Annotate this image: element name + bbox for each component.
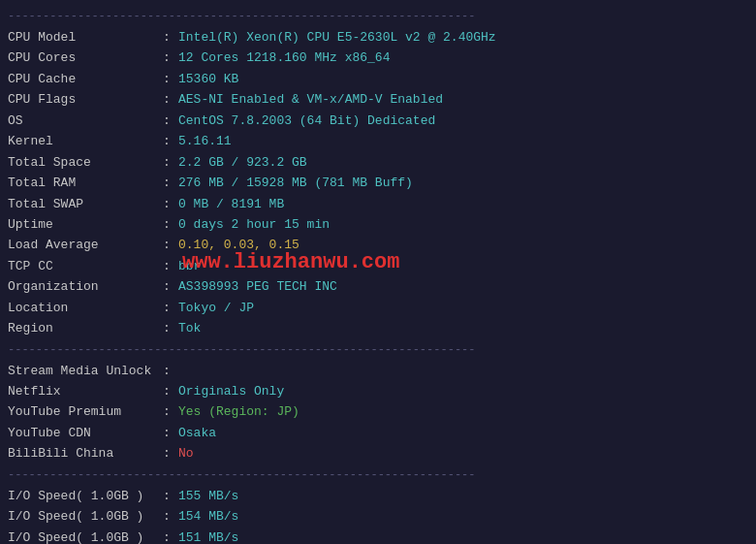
io2-colon: :	[163, 506, 178, 527]
cpu-cores-colon: :	[163, 48, 178, 68]
stream-media-title-row: Stream Media Unlock :	[8, 361, 748, 381]
total-swap-colon: :	[163, 194, 178, 214]
kernel-colon: :	[163, 131, 178, 151]
total-swap-row: Total SWAP : 0 MB / 8191 MB	[8, 194, 748, 214]
stream-media-empty	[178, 361, 748, 381]
io2-row: I/O Speed( 1.0GB ) : 154 MB/s	[8, 506, 748, 527]
netflix-row: Netflix : Originals Only	[8, 381, 748, 401]
organization-row: Organization : AS398993 PEG TECH INC	[8, 276, 748, 297]
os-colon: :	[163, 111, 178, 131]
os-value: CentOS 7.8.2003 (64 Bit) Dedicated	[178, 111, 748, 131]
cpu-model-row: CPU Model : Intel(R) Xeon(R) CPU E5-2630…	[8, 27, 748, 48]
cpu-model-colon: :	[163, 27, 178, 48]
io-section: I/O Speed( 1.0GB ) : 155 MB/s I/O Speed(…	[8, 486, 748, 544]
io1-label: I/O Speed( 1.0GB )	[8, 486, 163, 506]
total-swap-value: 0 MB / 8191 MB	[178, 194, 748, 214]
bilibili-value: No	[178, 443, 748, 464]
stream-colon: :	[163, 361, 178, 381]
os-row: OS : CentOS 7.8.2003 (64 Bit) Dedicated	[8, 111, 748, 131]
io1-colon: :	[163, 486, 178, 506]
cpu-cores-label: CPU Cores	[8, 48, 163, 68]
organization-label: Organization	[8, 276, 163, 297]
io1-row: I/O Speed( 1.0GB ) : 155 MB/s	[8, 486, 748, 506]
uptime-colon: :	[163, 214, 178, 235]
uptime-value: 0 days 2 hour 15 min	[178, 214, 748, 235]
load-avg-row: Load Average : 0.10, 0.03, 0.15	[8, 235, 748, 255]
youtube-cdn-row: YouTube CDN : Osaka	[8, 423, 748, 443]
youtube-premium-row: YouTube Premium : Yes (Region: JP)	[8, 401, 748, 422]
youtube-premium-value: Yes (Region: JP)	[178, 401, 748, 422]
total-space-value: 2.2 GB / 923.2 GB	[178, 152, 748, 173]
total-ram-colon: :	[163, 173, 178, 193]
total-space-colon: :	[163, 152, 178, 173]
cpu-flags-row: CPU Flags : AES-NI Enabled & VM-x/AMD-V …	[8, 89, 748, 110]
bilibili-row: BiliBili China : No	[8, 443, 748, 464]
region-label: Region	[8, 318, 163, 338]
divider-top: ----------------------------------------…	[8, 10, 748, 23]
youtube-cdn-value: Osaka	[178, 423, 748, 443]
youtube-premium-colon: :	[163, 401, 178, 422]
total-ram-row: Total RAM : 276 MB / 15928 MB (781 MB Bu…	[8, 173, 748, 193]
stream-media-title: Stream Media Unlock	[8, 361, 163, 381]
cpu-cache-value: 15360 KB	[178, 69, 748, 89]
total-ram-label: Total RAM	[8, 173, 163, 193]
io3-label: I/O Speed( 1.0GB )	[8, 528, 163, 544]
total-swap-label: Total SWAP	[8, 194, 163, 214]
netflix-colon: :	[163, 381, 178, 401]
uptime-label: Uptime	[8, 214, 163, 235]
location-row: Location : Tokyo / JP	[8, 298, 748, 318]
uptime-row: Uptime : 0 days 2 hour 15 min	[8, 214, 748, 235]
region-colon: :	[163, 318, 178, 338]
youtube-cdn-label: YouTube CDN	[8, 423, 163, 443]
bilibili-colon: :	[163, 443, 178, 464]
netflix-label: Netflix	[8, 381, 163, 401]
io3-colon: :	[163, 528, 178, 544]
io1-value: 155 MB/s	[178, 486, 748, 506]
kernel-value: 5.16.11	[178, 131, 748, 151]
youtube-premium-label: YouTube Premium	[8, 401, 163, 422]
location-label: Location	[8, 298, 163, 318]
cpu-flags-label: CPU Flags	[8, 89, 163, 110]
divider-media: ----------------------------------------…	[8, 343, 748, 357]
cpu-flags-colon: :	[163, 89, 178, 110]
total-space-row: Total Space : 2.2 GB / 923.2 GB	[8, 152, 748, 173]
organization-value: AS398993 PEG TECH INC	[178, 276, 748, 297]
cpu-cache-colon: :	[163, 69, 178, 89]
io3-value: 151 MB/s	[178, 528, 748, 544]
io3-row: I/O Speed( 1.0GB ) : 151 MB/s	[8, 528, 748, 544]
media-section: Stream Media Unlock : Netflix : Original…	[8, 361, 748, 464]
tcp-cc-label: TCP CC	[8, 256, 163, 276]
tcp-cc-value: bbr	[178, 256, 748, 276]
tcp-cc-row: TCP CC : bbr	[8, 256, 748, 276]
youtube-cdn-colon: :	[163, 423, 178, 443]
total-ram-value: 276 MB / 15928 MB (781 MB Buff)	[178, 173, 748, 193]
bilibili-label: BiliBili China	[8, 443, 163, 464]
tcp-cc-colon: :	[163, 256, 178, 276]
region-row: Region : Tok	[8, 318, 748, 338]
load-avg-colon: :	[163, 235, 178, 255]
system-info-section: CPU Model : Intel(R) Xeon(R) CPU E5-2630…	[8, 27, 748, 339]
cpu-cache-row: CPU Cache : 15360 KB	[8, 69, 748, 89]
location-colon: :	[163, 298, 178, 318]
cpu-flags-value: AES-NI Enabled & VM-x/AMD-V Enabled	[178, 89, 748, 110]
divider-io: ----------------------------------------…	[8, 468, 748, 482]
io2-value: 154 MB/s	[178, 506, 748, 527]
kernel-label: Kernel	[8, 131, 163, 151]
load-avg-label: Load Average	[8, 235, 163, 255]
kernel-row: Kernel : 5.16.11	[8, 131, 748, 151]
total-space-label: Total Space	[8, 152, 163, 173]
region-value: Tok	[178, 318, 748, 338]
io2-label: I/O Speed( 1.0GB )	[8, 506, 163, 527]
load-avg-value: 0.10, 0.03, 0.15	[178, 235, 748, 255]
cpu-model-label: CPU Model	[8, 27, 163, 48]
cpu-cores-value: 12 Cores 1218.160 MHz x86_64	[178, 48, 748, 68]
netflix-value: Originals Only	[178, 381, 748, 401]
organization-colon: :	[163, 276, 178, 297]
cpu-cores-row: CPU Cores : 12 Cores 1218.160 MHz x86_64	[8, 48, 748, 68]
cpu-model-value: Intel(R) Xeon(R) CPU E5-2630L v2 @ 2.40G…	[178, 27, 748, 48]
cpu-cache-label: CPU Cache	[8, 69, 163, 89]
os-label: OS	[8, 111, 163, 131]
location-value: Tokyo / JP	[178, 298, 748, 318]
